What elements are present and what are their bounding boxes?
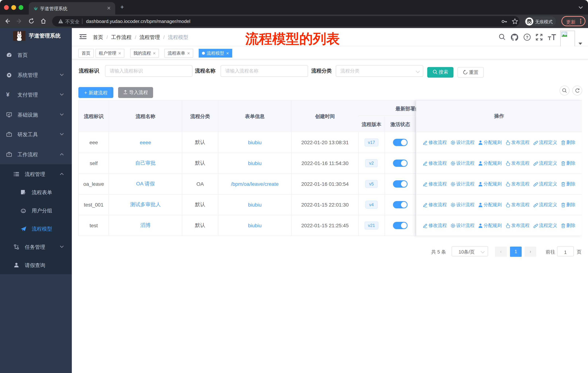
sidebar-item-leave-query[interactable]: 请假查询 <box>0 256 72 274</box>
action-edit[interactable]: 修改流程 <box>423 222 447 229</box>
action-delete[interactable]: 删除 <box>561 139 575 146</box>
action-definition[interactable]: 流程定义 <box>533 181 557 187</box>
tag-close-icon[interactable]: ✕ <box>118 51 121 55</box>
sidebar-item-payment[interactable]: ¥ 支付管理 <box>0 85 72 105</box>
create-process-button[interactable]: +新建流程 <box>78 87 113 98</box>
reset-button[interactable]: 重置 <box>458 67 484 78</box>
current-page-button[interactable]: 1 <box>510 247 522 257</box>
tag-process-model[interactable]: 流程模型✕ <box>199 49 232 58</box>
action-design[interactable]: 设计流程 <box>450 222 474 229</box>
search-icon[interactable] <box>499 33 506 40</box>
tag-home[interactable]: 首页 <box>78 49 94 58</box>
url-text[interactable]: dashboard.yudao.iocoder.cn/bpm/manager/m… <box>86 19 190 24</box>
sidebar-logo[interactable]: 芋道管理系统 <box>0 28 72 47</box>
action-definition[interactable]: 流程定义 <box>533 139 557 146</box>
github-icon[interactable] <box>511 33 518 41</box>
active-toggle[interactable] <box>393 201 408 208</box>
cell-name-link[interactable]: 自己审批 <box>109 153 182 173</box>
avatar[interactable] <box>560 30 575 47</box>
cell-name-link[interactable]: 测试多审批人 <box>109 194 182 215</box>
filter-id-input[interactable]: 请输入流程标识 <box>105 65 192 77</box>
sidebar-item-task-mgmt[interactable]: 任务管理 <box>0 238 72 256</box>
action-definition[interactable]: 流程定义 <box>533 202 557 208</box>
filter-name-input[interactable]: 请输入流程名称 <box>220 65 308 77</box>
action-publish[interactable]: 发布流程 <box>505 222 529 229</box>
filter-category-select[interactable]: 流程分类 <box>336 65 423 77</box>
action-delete[interactable]: 删除 <box>561 222 575 229</box>
cell-form-link[interactable]: biubiu <box>218 132 292 153</box>
action-assign[interactable]: 分配规则 <box>478 139 502 146</box>
sidebar-item-system[interactable]: 系统管理 <box>0 65 72 85</box>
prev-page-button[interactable]: ‹ <box>495 247 507 257</box>
sidebar-item-infra[interactable]: 基础设施 <box>0 105 72 125</box>
action-design[interactable]: 设计流程 <box>450 139 474 146</box>
cell-form-link[interactable]: biubiu <box>218 194 292 215</box>
fullscreen-icon[interactable] <box>536 33 543 41</box>
action-assign[interactable]: 分配规则 <box>478 160 502 166</box>
sidebar-item-process-model[interactable]: 流程模型 <box>0 220 72 238</box>
import-process-button[interactable]: 导入流程 <box>118 87 153 98</box>
active-toggle[interactable] <box>393 180 408 188</box>
tag-close-icon[interactable]: ✕ <box>226 51 229 55</box>
help-icon[interactable]: ? <box>524 33 531 41</box>
action-edit[interactable]: 修改流程 <box>423 160 447 166</box>
breadcrumb-workflow[interactable]: 工作流程 <box>111 34 132 40</box>
tag-my-process[interactable]: 我的流程✕ <box>130 49 159 58</box>
avatar-caret-icon[interactable] <box>578 43 582 45</box>
page-size-select[interactable]: 10条/页 <box>452 246 488 256</box>
toggle-search-icon[interactable] <box>560 86 569 95</box>
home-icon[interactable] <box>40 18 47 24</box>
breadcrumb-process-mgmt[interactable]: 流程管理 <box>140 34 160 40</box>
font-size-icon[interactable] <box>548 34 556 40</box>
active-toggle[interactable] <box>393 139 408 146</box>
new-tab-button[interactable]: + <box>120 4 124 10</box>
sidebar-item-workflow[interactable]: 工作流程 <box>0 144 72 164</box>
sidebar-item-devtools[interactable]: 研发工具 <box>0 125 72 144</box>
action-publish[interactable]: 发布流程 <box>505 139 529 146</box>
action-design[interactable]: 设计流程 <box>450 202 474 208</box>
tab-search-icon[interactable] <box>578 6 583 9</box>
sidebar-item-home[interactable]: 首页 <box>0 45 72 65</box>
traffic-light-close[interactable] <box>4 5 9 10</box>
reload-icon[interactable] <box>28 18 35 24</box>
browser-tab[interactable]: 芋道管理系统 ✕ <box>29 2 115 15</box>
action-definition[interactable]: 流程定义 <box>533 160 557 166</box>
sidebar-item-process-form[interactable]: 流程表单 <box>0 183 72 202</box>
next-page-button[interactable]: › <box>525 247 536 257</box>
action-delete[interactable]: 删除 <box>561 181 575 187</box>
action-assign[interactable]: 分配规则 <box>478 202 502 208</box>
cell-name-link[interactable]: OA 请假 <box>109 174 182 194</box>
goto-page-input[interactable]: 1 <box>557 246 574 256</box>
traffic-light-minimize[interactable] <box>11 5 16 10</box>
action-assign[interactable]: 分配规则 <box>478 181 502 187</box>
sidebar-item-user-group[interactable]: 用户分组 <box>0 202 72 220</box>
action-edit[interactable]: 修改流程 <box>423 202 447 208</box>
action-delete[interactable]: 删除 <box>561 202 575 208</box>
cell-form-link[interactable]: biubiu <box>218 215 292 236</box>
action-publish[interactable]: 发布流程 <box>505 181 529 187</box>
cell-form-link[interactable]: /bpm/oa/leave/create <box>218 174 292 194</box>
action-assign[interactable]: 分配规则 <box>478 222 502 229</box>
traffic-light-zoom[interactable] <box>18 5 23 10</box>
tab-close-icon[interactable]: ✕ <box>107 5 111 11</box>
breadcrumb-home[interactable]: 首页 <box>93 34 103 40</box>
action-publish[interactable]: 发布流程 <box>505 160 529 166</box>
address-bar[interactable]: 不安全 dashboard.yudao.iocoder.cn/bpm/manag… <box>52 16 519 27</box>
action-publish[interactable]: 发布流程 <box>505 202 529 208</box>
bookmark-star-icon[interactable] <box>512 18 518 24</box>
action-design[interactable]: 设计流程 <box>450 181 474 187</box>
tag-close-icon[interactable]: ✕ <box>153 51 156 55</box>
cell-form-link[interactable]: biubiu <box>218 153 292 173</box>
tag-process-form[interactable]: 流程表单✕ <box>164 49 193 58</box>
action-delete[interactable]: 删除 <box>561 160 575 166</box>
sidebar-item-process-mgmt[interactable]: 流程管理 <box>0 165 72 183</box>
security-label[interactable]: 不安全 <box>65 19 79 25</box>
action-design[interactable]: 设计流程 <box>450 160 474 166</box>
action-edit[interactable]: 修改流程 <box>423 139 447 146</box>
active-toggle[interactable] <box>393 160 408 167</box>
password-key-icon[interactable] <box>501 19 507 24</box>
back-icon[interactable] <box>4 18 10 24</box>
search-button[interactable]: 搜索 <box>427 67 453 78</box>
tag-close-icon[interactable]: ✕ <box>187 51 190 55</box>
update-button[interactable]: 更新 ••• <box>561 16 586 26</box>
